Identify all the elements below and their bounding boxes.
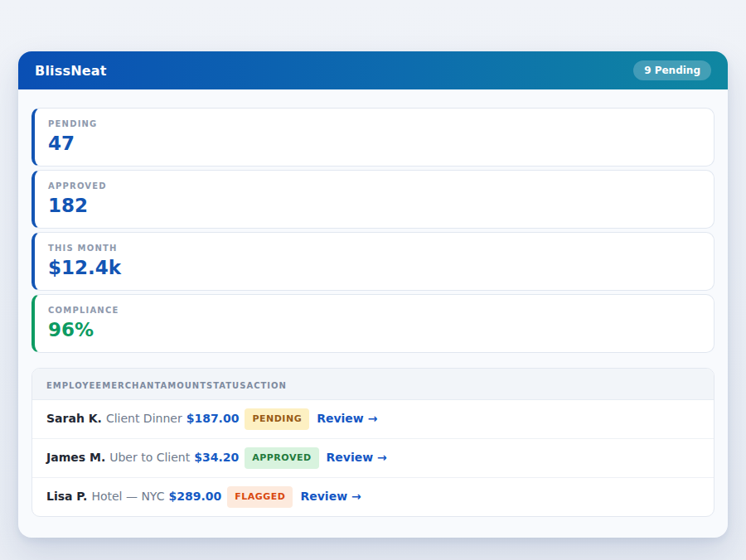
stat-card-approved: APPROVED 182	[31, 170, 715, 229]
expense-dashboard-card: BlissNeat 9 Pending PENDING 47 APPROVED …	[18, 51, 728, 538]
merchant-name: Hotel — NYC	[91, 490, 164, 503]
stat-label: APPROVED	[48, 181, 700, 191]
stat-value: 96%	[48, 320, 700, 340]
stat-value: 182	[48, 196, 700, 216]
app-header: BlissNeat 9 Pending	[18, 51, 728, 89]
app-title: BlissNeat	[35, 63, 107, 79]
stat-label: COMPLIANCE	[48, 306, 700, 315]
column-header-action: ACTION	[246, 381, 287, 390]
stat-card-compliance: COMPLIANCE 96%	[31, 294, 715, 353]
table-header-row: EMPLOYEEMERCHANTAMOUNTSTATUSACTION	[32, 369, 714, 400]
column-header-amount: AMOUNT	[161, 381, 207, 390]
stat-value: 47	[48, 133, 700, 154]
expense-table: EMPLOYEEMERCHANTAMOUNTSTATUSACTION Sarah…	[31, 368, 715, 517]
employee-name: Lisa P.	[46, 490, 87, 503]
expense-amount: $187.00	[186, 412, 240, 425]
review-link[interactable]: Review →	[317, 412, 377, 425]
stat-label: PENDING	[48, 119, 700, 128]
status-badge: FLAGGED	[227, 486, 293, 508]
column-header-merchant: MERCHANT	[102, 381, 160, 390]
table-row: Lisa P.Hotel — NYC$289.00FLAGGEDReview →	[32, 477, 714, 516]
stat-card-this-month: THIS MONTH $12.4k	[31, 232, 715, 291]
status-badge: PENDING	[245, 408, 309, 430]
employee-name: Sarah K.	[46, 412, 102, 425]
column-header-employee: EMPLOYEE	[46, 381, 102, 390]
pending-count-badge: 9 Pending	[633, 60, 711, 80]
expense-amount: $289.00	[168, 490, 221, 503]
column-header-status: STATUS	[206, 381, 246, 390]
review-link[interactable]: Review →	[327, 451, 387, 464]
review-link[interactable]: Review →	[300, 490, 361, 503]
dashboard-body: PENDING 47 APPROVED 182 THIS MONTH $12.4…	[18, 89, 728, 538]
employee-name: James M.	[46, 451, 105, 464]
stat-card-pending: PENDING 47	[31, 108, 715, 167]
stat-label: THIS MONTH	[48, 244, 700, 253]
merchant-name: Uber to Client	[109, 451, 190, 464]
table-row: James M.Uber to Client$34.20APPROVEDRevi…	[32, 438, 714, 477]
status-badge: APPROVED	[245, 447, 318, 469]
stat-value: $12.4k	[48, 258, 700, 278]
page-background: BlissNeat 9 Pending PENDING 47 APPROVED …	[0, 0, 746, 560]
table-row: Sarah K.Client Dinner$187.00PENDINGRevie…	[32, 400, 714, 438]
expense-amount: $34.20	[194, 451, 239, 464]
merchant-name: Client Dinner	[106, 412, 182, 425]
